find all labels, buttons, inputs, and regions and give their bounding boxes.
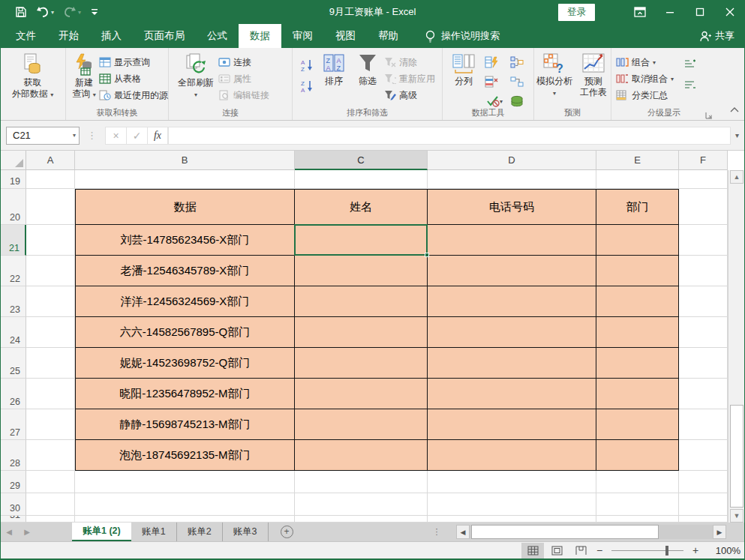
ribbon-tab-插入[interactable]: 插入 (90, 24, 133, 48)
reapply-filter-button[interactable]: 重新应用 (384, 70, 435, 87)
confirm-entry-button[interactable]: ✓ (126, 127, 147, 145)
cell-E29[interactable] (596, 471, 679, 493)
row-header-20[interactable]: 20 (0, 189, 26, 225)
cell-E20[interactable]: 部门 (596, 189, 679, 225)
row-header-29[interactable]: 29 (0, 471, 26, 493)
redo-button[interactable]: ▾ (60, 3, 84, 21)
cell-B23[interactable]: 洋洋-12456324569-X部门 (75, 286, 295, 317)
cell-E27[interactable] (596, 409, 679, 440)
cell-A24[interactable] (26, 317, 75, 348)
ungroup-button[interactable]: 取消组合▾ (616, 70, 674, 87)
cell-D28[interactable] (428, 440, 596, 471)
group-button[interactable]: 组合▾ (616, 54, 674, 70)
insert-function-button[interactable]: fx (147, 127, 168, 145)
text-to-columns-button[interactable]: 分列 (446, 51, 482, 106)
scroll-left-arrow[interactable]: ◀ (456, 525, 470, 539)
cell-C30[interactable] (295, 493, 428, 516)
cell-C24[interactable] (295, 317, 428, 348)
ribbon-tab-公式[interactable]: 公式 (196, 24, 239, 48)
name-box-dropdown-icon[interactable]: ▾ (73, 132, 76, 139)
row-header-24[interactable]: 24 (0, 317, 26, 348)
fill-handle[interactable] (425, 253, 429, 257)
share-button[interactable]: 共享 (699, 24, 734, 48)
ribbon-tab-帮助[interactable]: 帮助 (367, 24, 410, 48)
cell-A25[interactable] (26, 348, 75, 379)
ribbon-tab-审阅[interactable]: 审阅 (281, 24, 324, 48)
normal-view-button[interactable] (521, 543, 544, 559)
cell-A31[interactable] (26, 516, 75, 523)
cell-B29[interactable] (75, 471, 295, 493)
customize-quick-access-button[interactable] (87, 3, 102, 21)
hide-detail-button[interactable] (680, 76, 699, 93)
row-header-28[interactable]: 28 (0, 440, 26, 471)
formula-input[interactable] (168, 127, 731, 145)
sheet-tab-账单1(2)[interactable]: 账单1 (2) (72, 523, 131, 541)
cell-F22[interactable] (679, 256, 728, 286)
save-button[interactable] (12, 3, 30, 21)
row-header-26[interactable]: 26 (0, 379, 26, 409)
tab-scroll-splitter[interactable]: ⋮ (433, 527, 441, 537)
row-header-19[interactable]: 19 (0, 170, 26, 189)
cell-D23[interactable] (428, 286, 596, 317)
horizontal-scrollbar[interactable]: ◀ ▶ (456, 525, 726, 539)
properties-button[interactable]: 属性 (218, 70, 269, 87)
cell-C19[interactable] (295, 170, 428, 189)
maximize-button[interactable] (685, 0, 715, 24)
zoom-out-button[interactable]: − (593, 544, 605, 556)
cell-B31[interactable] (75, 516, 295, 523)
forecast-sheet-button[interactable]: 预测工作表 (576, 51, 611, 106)
cell-C22[interactable] (295, 256, 428, 286)
horizontal-scroll-track[interactable] (470, 525, 713, 539)
cell-A23[interactable] (26, 286, 75, 317)
cell-D25[interactable] (428, 348, 596, 379)
column-header-A[interactable]: A (26, 151, 75, 170)
cell-A21[interactable] (26, 225, 75, 256)
cell-E21[interactable] (596, 225, 679, 256)
undo-button[interactable]: ▾ (33, 3, 57, 21)
cell-F25[interactable] (679, 348, 728, 379)
cell-E24[interactable] (596, 317, 679, 348)
advanced-filter-button[interactable]: 高级 (384, 87, 435, 103)
sort-button[interactable]: ZAAZ 排序 (317, 51, 351, 106)
cell-D30[interactable] (428, 493, 596, 516)
vertical-scroll-thumb[interactable] (730, 405, 743, 508)
sheet-tab-账单3[interactable]: 账单3 (223, 523, 269, 541)
cell-F31[interactable] (679, 516, 728, 523)
cell-D19[interactable] (428, 170, 596, 189)
sheet-tab-账单2[interactable]: 账单2 (177, 523, 223, 541)
sheet-nav-left-arrow[interactable]: ◀ (0, 523, 18, 541)
select-all-corner[interactable] (0, 151, 26, 170)
relationships-button[interactable] (507, 73, 527, 90)
show-detail-button[interactable] (680, 55, 699, 72)
cell-E26[interactable] (596, 379, 679, 409)
undo-dropdown-icon[interactable]: ▾ (51, 9, 54, 16)
subtotal-button[interactable]: 分类汇总 (616, 87, 674, 103)
minimize-button[interactable] (655, 0, 685, 24)
cell-A20[interactable] (26, 189, 75, 225)
cell-D21[interactable] (428, 225, 596, 256)
row-header-23[interactable]: 23 (0, 286, 26, 317)
page-layout-view-button[interactable] (545, 543, 568, 559)
column-header-C[interactable]: C (295, 151, 428, 170)
refresh-all-button[interactable]: 全部刷新▾ (173, 51, 218, 106)
cell-B24[interactable]: 六六-14582567895-Q部门 (75, 317, 295, 348)
show-queries-button[interactable]: 显示查询 (99, 54, 168, 70)
row-header-22[interactable]: 22 (0, 256, 26, 286)
horizontal-scroll-thumb[interactable] (471, 525, 659, 539)
cell-D31[interactable] (428, 516, 596, 523)
zoom-in-button[interactable]: + (689, 544, 701, 556)
cell-A30[interactable] (26, 493, 75, 516)
sort-ascending-button[interactable]: AZ (297, 57, 317, 73)
row-header-31[interactable]: 31 (0, 516, 26, 523)
remove-duplicates-button[interactable] (482, 73, 501, 90)
cell-B22[interactable]: 老潘-12546345789-X部门 (75, 256, 295, 286)
cancel-entry-button[interactable]: × (105, 127, 126, 145)
cell-F30[interactable] (679, 493, 728, 516)
cell-F29[interactable] (679, 471, 728, 493)
filter-button[interactable]: 筛选 (351, 51, 384, 106)
cell-E23[interactable] (596, 286, 679, 317)
cell-A19[interactable] (26, 170, 75, 189)
cell-F19[interactable] (679, 170, 728, 189)
name-box[interactable]: C21 ▾ (6, 127, 80, 145)
row-header-30[interactable]: 30 (0, 493, 26, 516)
